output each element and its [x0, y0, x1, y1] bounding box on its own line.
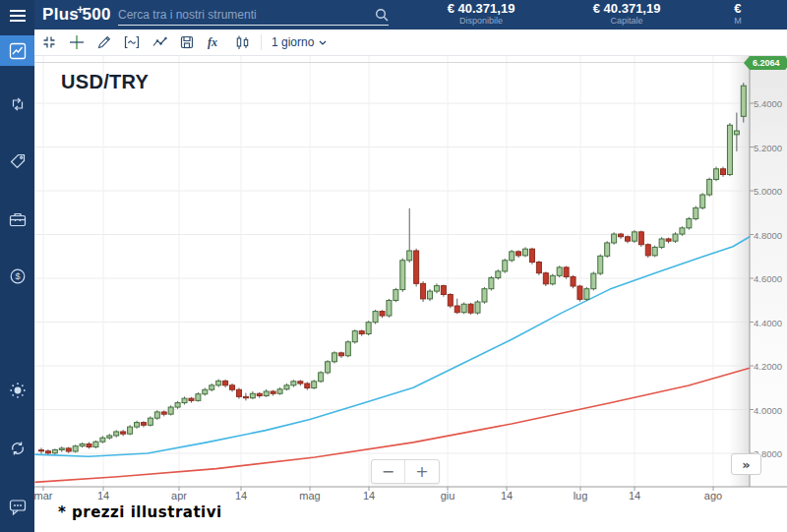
candle: [291, 382, 296, 385]
sidebar-item-funds[interactable]: $: [0, 261, 34, 292]
theme-toggle-button[interactable]: [0, 375, 34, 406]
candle: [175, 403, 180, 407]
chart-type-button[interactable]: [229, 31, 255, 53]
candle: [721, 169, 726, 175]
plus500-logo[interactable]: Plus+500: [42, 5, 111, 25]
candle: [638, 232, 643, 245]
candle: [52, 449, 57, 452]
candle: [277, 389, 282, 393]
available-value: € 40.371,19: [408, 2, 554, 16]
expand-panel-button[interactable]: »: [731, 453, 761, 475]
zoom-out-button[interactable]: −: [372, 460, 405, 483]
candle: [714, 169, 719, 180]
margin-label: M: [734, 16, 787, 26]
y-axis-label: 4.8000: [754, 230, 782, 241]
candle: [421, 283, 426, 299]
crosshair-button[interactable]: [64, 31, 90, 53]
trendline-button[interactable]: [147, 31, 172, 53]
metric-available: € 40.371,19 Disponibile: [408, 0, 554, 30]
candle: [257, 393, 262, 395]
right-fade: [728, 56, 750, 487]
candle: [39, 450, 44, 451]
x-axis-label: 14: [501, 490, 513, 502]
candle: [148, 418, 152, 425]
candle: [577, 286, 582, 299]
candle: [414, 251, 419, 283]
candle: [100, 438, 105, 442]
candle: [312, 382, 317, 388]
x-axis-label: giu: [441, 490, 455, 502]
search-icon[interactable]: [375, 8, 389, 22]
save-button[interactable]: [174, 31, 200, 53]
x-axis-label: 14: [629, 490, 640, 502]
candle: [632, 232, 636, 241]
funds-coin-icon: $: [9, 267, 27, 285]
x-axis-label: 14: [363, 490, 375, 502]
candle: [359, 331, 364, 334]
candle: [80, 443, 85, 445]
timeframe-dropdown[interactable]: 1 giorno: [268, 35, 331, 49]
draw-button[interactable]: [91, 31, 117, 53]
candle: [407, 251, 412, 261]
candle: [154, 412, 159, 418]
candle: [434, 286, 439, 292]
candle: [468, 304, 473, 313]
illustrative-prices-footnote: * prezzi illustrativi: [58, 503, 222, 521]
candle: [345, 342, 350, 356]
candle: [475, 302, 480, 313]
chevron-down-icon: [319, 40, 327, 45]
candle: [128, 427, 133, 434]
sidebar-item-positions[interactable]: [0, 89, 34, 120]
svg-text:$: $: [15, 271, 20, 281]
candle: [332, 353, 336, 362]
draw-pencil-icon: [96, 34, 112, 50]
functions-button[interactable]: fx: [202, 31, 227, 53]
metric-equity: € 40.371,19 Capitale: [554, 0, 699, 30]
candle: [230, 385, 235, 389]
toolbar-divider: [261, 34, 262, 50]
candle: [557, 267, 562, 275]
candle: [326, 362, 331, 373]
candle: [645, 245, 650, 256]
zoom-controls: − +: [371, 459, 440, 484]
candle: [73, 446, 78, 451]
candle: [461, 304, 466, 312]
current-price-badge: 6.2064: [744, 56, 787, 70]
candle: [66, 448, 71, 451]
menu-button[interactable]: [0, 0, 34, 31]
zoom-in-button[interactable]: +: [405, 460, 439, 483]
sidebar-item-portfolio[interactable]: [0, 204, 34, 235]
candle: [189, 398, 194, 400]
candle: [584, 289, 589, 300]
theme-sun-icon: [9, 382, 27, 399]
chart-area: USD/TRY 5.40005.20005.00004.80004.60004.…: [34, 56, 787, 532]
candle: [612, 234, 617, 243]
candle: [503, 261, 508, 271]
candle: [441, 286, 446, 295]
sidebar-item-charts[interactable]: [0, 35, 34, 66]
price-tag-icon: [9, 152, 27, 170]
candle: [243, 396, 248, 397]
candle: [305, 384, 310, 387]
chat-button[interactable]: [0, 491, 34, 522]
candle: [516, 252, 521, 256]
plus500-app: $ Plus+500: [0, 0, 787, 532]
candle: [428, 291, 433, 299]
candle: [87, 443, 91, 446]
candle: [114, 432, 119, 436]
candle: [182, 398, 187, 402]
candle: [366, 323, 371, 334]
refresh-button[interactable]: [0, 433, 34, 464]
sidebar-item-instruments[interactable]: [0, 146, 34, 177]
candle: [107, 436, 112, 438]
x-axis-label: ago: [704, 490, 722, 502]
indicators-button[interactable]: [119, 31, 145, 53]
fit-screen-icon: [41, 34, 57, 50]
candle: [394, 290, 398, 301]
indicator-brackets-icon: [123, 34, 141, 50]
y-axis-label: 4.4000: [754, 318, 782, 328]
instrument-search: [118, 4, 389, 26]
fit-screen-button[interactable]: [36, 31, 62, 53]
search-input[interactable]: [118, 8, 375, 22]
candle: [523, 249, 528, 256]
